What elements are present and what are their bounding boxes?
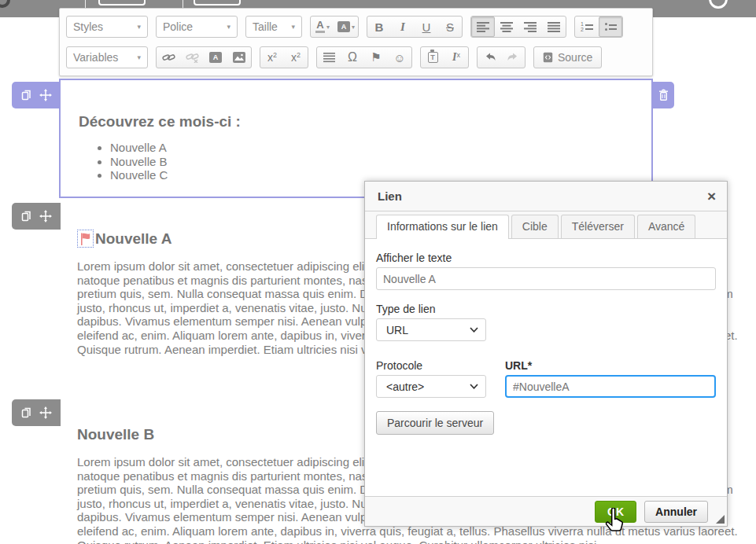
app-logo — [0, 0, 10, 8]
source-button[interactable]: Source — [534, 47, 601, 68]
chevron-down-icon: ▾ — [326, 24, 330, 31]
chevron-down-icon: ▾ — [227, 23, 230, 31]
toolbar-row-1: Styles ▾ Police ▾ Taille ▾ A ▾ A ▾ B I U… — [66, 13, 646, 40]
special-char-button[interactable]: Ω — [341, 47, 364, 68]
strikethrough-button[interactable]: S — [438, 17, 462, 37]
anchor-flag-icon[interactable] — [77, 230, 94, 248]
undo-button-group — [477, 46, 526, 68]
tab-link-info[interactable]: Informations sur le lien — [376, 215, 509, 239]
link-type-label: Type de lien — [376, 303, 716, 315]
tab-advanced[interactable]: Avancé — [637, 215, 695, 238]
link-button[interactable] — [157, 47, 180, 68]
anchor-button[interactable]: A — [204, 47, 227, 68]
mouse-cursor-hand — [603, 508, 623, 535]
link-dialog: Lien × Informations sur le lien Cible Té… — [364, 181, 728, 527]
close-icon[interactable]: × — [707, 189, 716, 204]
dialog-resize-handle[interactable] — [716, 515, 725, 524]
chevron-down-icon: ▾ — [291, 23, 295, 31]
link-type-select[interactable]: URL — [376, 318, 486, 341]
source-button-group: Source — [533, 46, 602, 68]
block-handle-intro[interactable] — [12, 82, 61, 108]
list-item[interactable]: Nouvelle C — [110, 168, 651, 182]
insert-button-group: Ω ⚑ ☺ — [316, 46, 412, 68]
size-dropdown[interactable]: Taille ▾ — [245, 16, 302, 38]
link-button-group: A — [156, 46, 252, 68]
chevron-down-icon — [470, 327, 478, 333]
undo-button[interactable] — [478, 47, 501, 68]
move-icon[interactable] — [39, 210, 52, 222]
background-color-button[interactable]: A ▾ — [334, 17, 358, 37]
align-left-button[interactable] — [471, 17, 495, 37]
paste-text-button[interactable]: T — [421, 47, 444, 68]
text-color-button[interactable]: A ▾ — [311, 17, 334, 37]
trash-icon — [658, 89, 669, 101]
toolbar-row-2: Variables ▾ A — [66, 44, 646, 71]
justify-button[interactable] — [542, 17, 566, 37]
display-text-input[interactable] — [376, 267, 716, 290]
header-button-partial[interactable] — [194, 0, 241, 6]
italic-button[interactable]: I — [391, 17, 415, 37]
intro-heading: Découvrez ce mois-ci : — [79, 113, 651, 130]
variables-dropdown[interactable]: Variables ▾ — [66, 46, 148, 68]
redo-button[interactable] — [501, 47, 525, 68]
block-handle-nouvelle-b[interactable] — [12, 399, 61, 426]
dialog-body: Afficher le texte Type de lien URL Proto… — [365, 239, 727, 435]
basicstyles-button-group: B I U S — [367, 16, 463, 38]
section-heading: Nouvelle A — [95, 230, 172, 248]
list-button-group: 12 — [574, 16, 623, 38]
chevron-down-icon: ▾ — [352, 24, 355, 31]
underline-button[interactable]: U — [415, 17, 438, 37]
header-help-circle-icon[interactable] — [709, 0, 728, 9]
header-separator — [183, 0, 183, 8]
delete-block-button[interactable] — [653, 82, 674, 108]
tab-target[interactable]: Cible — [511, 215, 559, 238]
subscript-button[interactable]: x2 — [260, 47, 284, 68]
bold-button[interactable]: B — [367, 17, 391, 37]
move-icon[interactable] — [39, 406, 52, 419]
display-text-label: Afficher le texte — [376, 252, 716, 264]
horizontal-rule-button[interactable] — [317, 47, 341, 68]
remove-format-button[interactable]: Ix — [444, 47, 468, 68]
cancel-button[interactable]: Annuler — [644, 501, 708, 523]
unlink-button[interactable] — [180, 47, 204, 68]
protocol-select[interactable]: <autre> — [376, 375, 486, 398]
block-handle-nouvelle-a[interactable] — [12, 203, 61, 230]
move-icon[interactable] — [39, 89, 52, 101]
news-link-list: Nouvelle A Nouvelle B Nouvelle C — [79, 141, 651, 182]
chevron-down-icon: ▾ — [137, 53, 141, 61]
numbered-list-button[interactable]: 12 — [575, 17, 599, 37]
align-right-button[interactable] — [518, 17, 542, 37]
chevron-down-icon — [470, 384, 478, 389]
color-button-group: A ▾ A ▾ — [310, 16, 359, 38]
dialog-tab-strip: Informations sur le lien Cible Téléverse… — [365, 211, 727, 239]
url-input[interactable] — [505, 375, 716, 398]
copy-icon[interactable] — [20, 89, 32, 101]
dialog-titlebar[interactable]: Lien × — [365, 182, 727, 211]
list-item[interactable]: Nouvelle A — [110, 141, 651, 155]
image-button[interactable] — [227, 47, 251, 68]
superscript-button[interactable]: x2 — [284, 47, 308, 68]
url-label: URL* — [505, 359, 716, 372]
styles-dropdown[interactable]: Styles ▾ — [66, 16, 148, 38]
copy-icon[interactable] — [20, 210, 32, 222]
header-button-partial[interactable] — [98, 0, 146, 6]
editor-toolbar: Styles ▾ Police ▾ Taille ▾ A ▾ A ▾ B I U… — [59, 8, 653, 76]
dialog-title: Lien — [378, 189, 402, 203]
tab-upload[interactable]: Téléverser — [561, 215, 635, 238]
bullet-list-button[interactable] — [599, 17, 622, 37]
clipboard-button-group: T Ix — [420, 46, 469, 68]
protocol-label: Protocole — [376, 359, 486, 372]
alignment-button-group — [470, 16, 566, 38]
align-center-button[interactable] — [495, 17, 518, 37]
list-item[interactable]: Nouvelle B — [110, 155, 651, 169]
dialog-footer: OK Annuler — [365, 496, 727, 526]
copy-icon[interactable] — [20, 406, 32, 419]
browse-server-button[interactable]: Parcourir le serveur — [376, 411, 494, 435]
chevron-down-icon: ▾ — [137, 23, 141, 31]
flag-button[interactable]: ⚑ — [364, 47, 388, 68]
header-separator — [85, 0, 86, 8]
smiley-button[interactable]: ☺ — [388, 47, 411, 68]
script-button-group: x2 x2 — [260, 46, 308, 68]
font-dropdown[interactable]: Police ▾ — [156, 16, 238, 38]
